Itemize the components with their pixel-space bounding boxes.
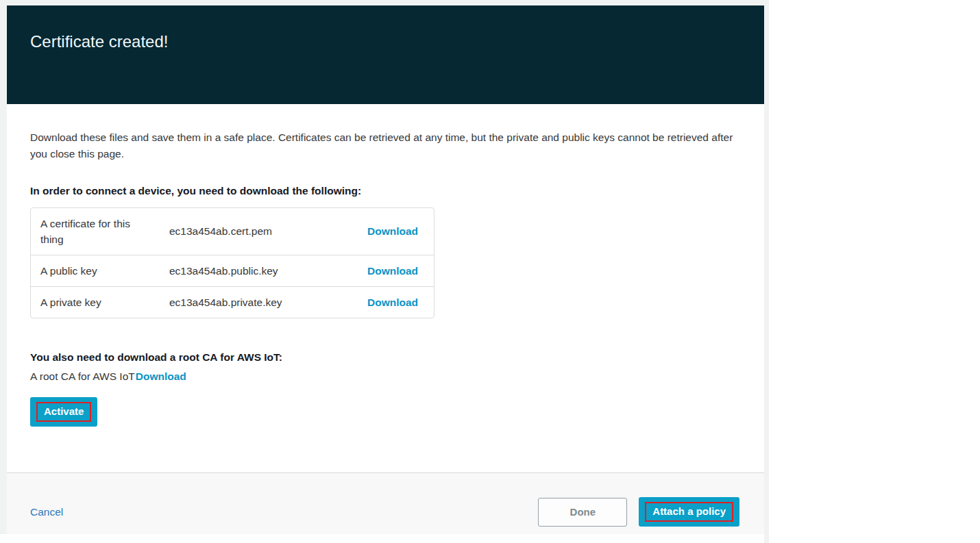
modal-body: Download these files and save them in a …	[7, 129, 764, 427]
file-label: A private key	[31, 287, 161, 318]
file-label: A public key	[31, 255, 161, 286]
modal-header: Certificate created!	[7, 5, 764, 104]
file-name: ec13a454ab.public.key	[161, 257, 367, 285]
download-link-root-ca[interactable]: Download	[136, 370, 186, 382]
table-row: A private key ec13a454ab.private.key Dow…	[31, 286, 434, 318]
root-ca-label: A root CA for AWS IoT	[30, 370, 135, 382]
root-ca-heading: You also need to download a root CA for …	[30, 350, 739, 365]
file-download-cell: Download	[367, 218, 418, 245]
modal-footer: Cancel Done Attach a policy	[7, 472, 764, 534]
root-ca-line: A root CA for AWS IoTDownload	[30, 368, 739, 384]
download-link-cert[interactable]: Download	[367, 225, 418, 237]
certificate-created-modal: Certificate created! Download these file…	[7, 5, 764, 534]
file-name: ec13a454ab.cert.pem	[161, 218, 367, 245]
cancel-link[interactable]: Cancel	[30, 506, 63, 518]
activate-button[interactable]: Activate	[30, 397, 97, 427]
file-name: ec13a454ab.private.key	[161, 289, 367, 316]
modal-title: Certificate created!	[7, 5, 764, 51]
done-button[interactable]: Done	[538, 498, 627, 527]
download-link-private-key[interactable]: Download	[367, 296, 418, 308]
description-text: Download these files and save them in a …	[30, 129, 739, 162]
connect-device-heading: In order to connect a device, you need t…	[30, 184, 739, 199]
file-label: A certificate for this thing	[31, 208, 161, 255]
download-link-public-key[interactable]: Download	[367, 265, 418, 277]
file-download-cell: Download	[367, 289, 418, 316]
page-backdrop-strip	[764, 0, 769, 543]
attach-policy-button[interactable]: Attach a policy	[639, 497, 739, 527]
click-annotation: Attach a policy	[645, 502, 733, 522]
click-annotation: Activate	[36, 402, 91, 422]
table-row: A public key ec13a454ab.public.key Downl…	[31, 255, 434, 286]
download-files-table: A certificate for this thing ec13a454ab.…	[30, 207, 434, 318]
footer-buttons: Done Attach a policy	[538, 497, 739, 527]
table-row: A certificate for this thing ec13a454ab.…	[31, 208, 434, 255]
file-download-cell: Download	[367, 257, 418, 285]
